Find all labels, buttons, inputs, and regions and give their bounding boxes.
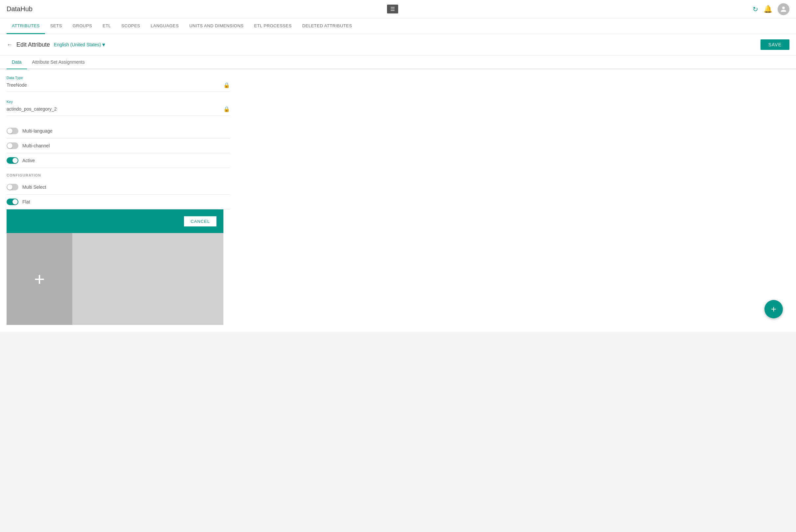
page-header-left: ← Edit Attribute English (United States)… <box>6 41 105 48</box>
app-title: DataHub <box>6 5 33 13</box>
top-bar: DataHub ☰ ↻ 🔔 <box>0 0 796 18</box>
key-lock-icon: 🔒 <box>223 106 230 112</box>
language-selector[interactable]: English (United States) ▾ <box>54 41 105 48</box>
active-label: Active <box>22 158 35 163</box>
data-type-row: TreeNode 🔒 <box>6 81 230 89</box>
menu-icon-btn[interactable]: ☰ <box>387 5 398 14</box>
notification-icon[interactable]: 🔔 <box>763 5 772 14</box>
top-bar-center: ☰ <box>387 5 398 14</box>
nav-tabs: ATTRIBUTES SETS GROUPS ETL SCOPES LANGUA… <box>0 18 796 34</box>
save-button[interactable]: SAVE <box>761 39 790 50</box>
active-toggle[interactable] <box>6 157 18 164</box>
nav-tab-languages[interactable]: LANGUAGES <box>146 18 184 34</box>
flat-row: Flat <box>6 195 230 209</box>
add-circle-button[interactable]: + <box>764 300 783 318</box>
key-label: Key <box>6 100 230 104</box>
active-thumb <box>13 158 18 163</box>
image-area: + <box>6 233 223 325</box>
multi-channel-row: Multi-channel <box>6 138 230 153</box>
data-type-field: Data Type TreeNode 🔒 <box>6 76 230 92</box>
key-input[interactable] <box>6 105 221 113</box>
multi-language-track <box>6 128 18 134</box>
nav-tab-etl-processes[interactable]: ETL PROCESSES <box>249 18 297 34</box>
multi-language-thumb <box>7 128 13 134</box>
image-left-panel: + <box>6 233 72 325</box>
back-arrow-icon: ← <box>6 41 13 48</box>
teal-bar: CANCEL <box>6 209 223 233</box>
overlay-area: CANCEL + + <box>6 209 790 325</box>
language-label: English (United States) <box>54 42 101 47</box>
page-title: Edit Attribute <box>16 41 50 48</box>
multi-language-row: Multi-language <box>6 124 230 138</box>
refresh-icon[interactable]: ↻ <box>753 5 758 13</box>
cancel-button[interactable]: CANCEL <box>184 216 217 227</box>
multi-channel-label: Multi-channel <box>22 143 50 148</box>
multi-select-label: Multi Select <box>22 185 46 190</box>
nav-tab-scopes[interactable]: SCOPES <box>116 18 146 34</box>
multi-select-row: Multi Select <box>6 180 230 195</box>
data-type-lock-icon: 🔒 <box>223 82 230 88</box>
multi-channel-thumb <box>7 143 13 148</box>
multi-select-track <box>6 184 18 190</box>
flat-thumb <box>13 199 18 205</box>
nav-tab-groups[interactable]: GROUPS <box>67 18 97 34</box>
page-header: ← Edit Attribute English (United States)… <box>0 34 796 55</box>
tab-data[interactable]: Data <box>6 55 27 69</box>
data-type-label: Data Type <box>6 76 230 80</box>
top-bar-right: ↻ 🔔 <box>753 3 790 15</box>
multi-channel-track <box>6 142 18 149</box>
multi-language-toggle[interactable] <box>6 128 18 134</box>
flat-label: Flat <box>22 199 30 205</box>
add-circle-plus-icon: + <box>771 304 776 315</box>
active-track <box>6 157 18 164</box>
plus-icon: + <box>34 268 45 290</box>
active-row: Active <box>6 153 230 168</box>
tab-attribute-set-assignments[interactable]: Attribute Set Assignments <box>27 55 90 69</box>
nav-tab-attributes[interactable]: ATTRIBUTES <box>6 18 45 34</box>
image-right-panel <box>72 233 223 325</box>
nav-tab-etl[interactable]: ETL <box>97 18 116 34</box>
flat-track <box>6 198 18 205</box>
chevron-down-icon: ▾ <box>102 41 105 48</box>
multi-select-thumb <box>7 185 13 190</box>
nav-tab-units[interactable]: UNITS AND DIMENSIONS <box>184 18 249 34</box>
avatar[interactable] <box>778 3 790 15</box>
back-button[interactable]: ← <box>6 41 13 48</box>
main-content: Data Type TreeNode 🔒 Key 🔒 Multi-languag… <box>0 69 796 331</box>
data-type-select[interactable]: TreeNode <box>6 81 221 89</box>
multi-language-label: Multi-language <box>22 128 53 134</box>
multi-select-toggle[interactable] <box>6 184 18 190</box>
multi-channel-toggle[interactable] <box>6 142 18 149</box>
configuration-header: CONFIGURATION <box>6 173 790 177</box>
nav-tab-deleted[interactable]: DELETED ATTRIBUTES <box>297 18 358 34</box>
key-row: 🔒 <box>6 105 230 113</box>
key-field: Key 🔒 <box>6 100 230 116</box>
content-tabs: Data Attribute Set Assignments <box>0 55 796 69</box>
nav-tab-sets[interactable]: SETS <box>45 18 67 34</box>
flat-toggle[interactable] <box>6 198 18 205</box>
